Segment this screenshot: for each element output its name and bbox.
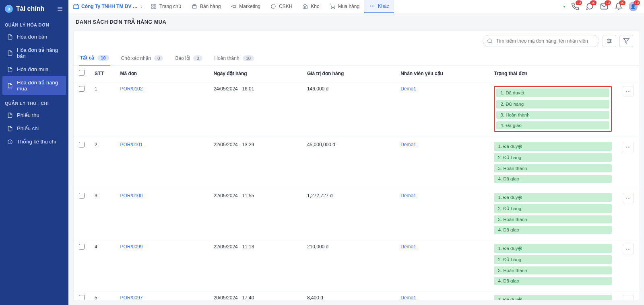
breadcrumb-company[interactable]: Công Ty TNHH TM DV T... [81,4,138,9]
employee-link[interactable]: Demo1 [400,244,416,250]
row-actions-button[interactable] [623,193,634,203]
cell-date: 20/05/2024 - 17:40 [209,290,302,301]
user-avatar[interactable]: 👤 10 [629,2,638,11]
nav-item-cskh[interactable]: CSKH [265,0,297,13]
search-input[interactable] [483,35,599,47]
svg-point-11 [374,6,374,6]
row-checkbox[interactable] [79,244,85,250]
nav-item-khac[interactable]: Khác [364,0,394,13]
svg-rect-3 [154,4,156,6]
sidebar-item-phieu-chi[interactable]: Phiếu chi [0,122,68,135]
phone-icon[interactable]: 10 [571,2,580,11]
svg-point-9 [370,6,371,6]
order-code-link[interactable]: POR/0099 [120,244,142,250]
employee-link[interactable]: Demo1 [400,86,416,92]
sidebar-item-hoa-don-mua[interactable]: Hóa đơn mua [0,63,68,76]
sidebar-section-label: QUẢN LÝ THU - CHI [0,95,68,108]
document-icon [7,34,13,40]
cell-date: 22/05/2024 - 13:29 [209,137,302,188]
document-icon [7,50,13,56]
table-row: 4POR/009922/05/2024 - 11:13210,000 đDemo… [74,239,639,290]
stats-icon [7,139,13,145]
cell-amount: 146,000 đ [302,81,396,137]
employee-link[interactable]: Demo1 [400,142,416,147]
nav-item-kho[interactable]: Kho [297,0,324,13]
nav-item-label: Bán hàng [200,4,221,9]
sidebar-item-hoa-don-ban[interactable]: Hóa đơn bán [0,30,68,43]
svg-rect-1 [74,5,78,9]
row-checkbox[interactable] [79,142,85,147]
col-stt-header: STT [90,66,115,81]
cell-stt: 3 [90,188,115,239]
main-area: Công Ty TNHH TM DV T... › Trang chủBán h… [68,0,644,305]
bell-badge: 10 [619,0,625,5]
tab-3[interactable]: Hoàn thành10 [214,51,255,65]
nav-item-marketing[interactable]: Marketing [225,0,265,13]
svg-point-19 [630,91,630,91]
col-employee-header: Nhân viên yêu cầu [396,66,489,81]
tab-label: Chờ xác nhận [121,55,151,61]
sidebar-item-thong-ke-thu-chi[interactable]: Thống kê thu chi [0,135,68,148]
table-wrap: STT Mã đơn Ngày đặt hàng Giá trị đơn hàn… [73,66,639,300]
employee-link[interactable]: Demo1 [400,295,416,300]
svg-rect-4 [152,7,153,8]
filter-button[interactable] [619,35,633,47]
table-row: 5POR/009720/05/2024 - 17:408,400 đDemo11… [74,290,639,301]
status-badge: 2. Đủ hàng [494,255,612,264]
tab-count: 10 [97,55,109,61]
order-code-link[interactable]: POR/0097 [120,295,142,300]
settings-columns-button[interactable] [603,35,616,47]
order-code-link[interactable]: POR/0100 [120,193,142,199]
bell-icon[interactable]: 10 [614,2,623,11]
mail-icon[interactable]: 10 [600,2,609,11]
sidebar-item-hoa-don-tra-hang-ban[interactable]: Hóa đơn trả hàng bán [0,43,68,63]
status-badge: 2. Đủ hàng [494,204,612,213]
row-checkbox[interactable] [79,86,85,92]
row-actions-button[interactable] [623,244,634,254]
nav-item-mua-hang[interactable]: Mua hàng [324,0,364,13]
nav-item-ban-hang[interactable]: Bán hàng [186,0,225,13]
row-actions-button[interactable] [623,295,634,300]
row-checkbox[interactable] [79,295,85,300]
nav-item-trang-chu[interactable]: Trang chủ [146,0,186,13]
sidebar-item-hoa-don-tra-hang-mua[interactable]: Hóa đơn trả hàng mua [2,76,66,95]
tab-2[interactable]: Báo lỗi0 [174,51,203,65]
svg-point-10 [372,6,372,6]
svg-point-15 [610,41,611,42]
svg-point-14 [608,39,609,40]
row-actions-button[interactable] [623,86,634,96]
sidebar: a Tài chính QUẢN LÝ HÓA ĐƠNHóa đơn bánHó… [0,0,68,305]
cell-date: 22/05/2024 - 11:13 [209,239,302,290]
table-row: 1POR/010224/05/2024 - 16:01146,000 đDemo… [74,81,639,137]
select-all-checkbox[interactable] [79,70,85,76]
cell-stt: 2 [90,137,115,188]
employee-link[interactable]: Demo1 [400,193,416,199]
tabs-row: Tất cả10Chờ xác nhận0Báo lỗi0Hoàn thành1… [73,51,639,66]
svg-point-7 [331,8,332,9]
tab-label: Báo lỗi [175,55,190,61]
order-code-link[interactable]: POR/0101 [120,142,142,147]
sidebar-item-phieu-thu[interactable]: Phiếu thu [0,108,68,122]
topbar-actions: ● 10 10 10 10 👤 10 [563,2,640,11]
status-badge: 1. Đã duyệt [494,142,612,151]
sidebar-item-label: Phiếu chi [17,125,39,131]
orders-table: STT Mã đơn Ngày đặt hàng Giá trị đơn hàn… [74,66,639,300]
tab-label: Hoàn thành [215,55,239,61]
order-code-link[interactable]: POR/0102 [120,86,142,92]
svg-point-26 [626,249,627,249]
cell-stt: 4 [90,239,115,290]
tab-count: 0 [154,55,163,61]
sidebar-collapse-icon[interactable] [56,5,64,12]
search-wrap [483,35,599,47]
row-checkbox[interactable] [79,193,85,199]
cell-amount: 8,400 đ [302,290,396,301]
row-actions-button[interactable] [623,142,634,152]
module-title: Tài chính [16,5,53,12]
tab-0[interactable]: Tất cả10 [79,51,110,66]
document-icon [7,67,13,72]
nav-item-label: Marketing [239,4,260,9]
cell-amount: 1,272,727 đ [302,188,396,239]
chat-icon[interactable]: 10 [585,2,594,11]
tab-1[interactable]: Chờ xác nhận0 [120,51,164,65]
svg-point-13 [488,39,491,43]
